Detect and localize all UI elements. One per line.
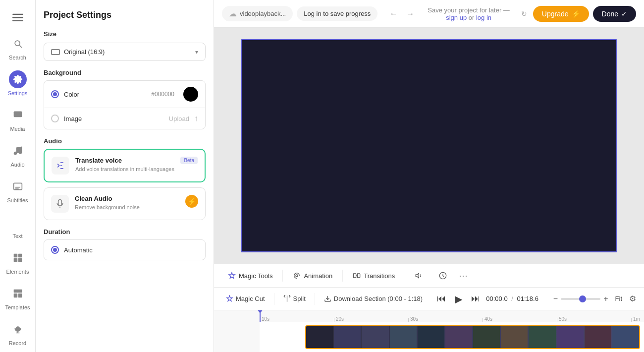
sidebar-label-settings: Settings — [8, 90, 28, 96]
undo-button[interactable]: ← — [385, 6, 401, 21]
sidebar-label-record: Record — [9, 340, 26, 346]
filename-tab[interactable]: ☁ videoplayback... — [222, 6, 293, 21]
strip-thumb-6 — [445, 326, 472, 348]
ruler-mark-30s: 30s — [408, 316, 483, 322]
skip-back-button[interactable]: ⏮ — [434, 293, 449, 305]
background-section-label: Background — [44, 69, 206, 76]
search-icon-wrap — [9, 35, 27, 53]
size-dropdown[interactable]: Original (16:9) ▾ — [44, 43, 206, 61]
log-in-link[interactable]: log in — [476, 14, 491, 21]
chevron-down-icon: ▾ — [195, 49, 198, 56]
sidebar-item-text[interactable]: Text — [0, 208, 35, 244]
play-button[interactable]: ▶ — [452, 292, 465, 306]
save-or: or — [469, 14, 475, 21]
sign-up-link[interactable]: sign up — [446, 14, 467, 21]
transitions-button[interactable]: Transitions — [347, 269, 401, 283]
sidebar-item-search[interactable]: Search — [0, 30, 35, 65]
split-button[interactable]: Split — [279, 293, 310, 304]
elements-icon-wrap — [9, 249, 27, 267]
ruler-mark-50s: 50s — [557, 316, 631, 322]
duration-label: Automatic — [64, 246, 93, 254]
duration-section-label: Duration — [44, 228, 206, 235]
login-button[interactable]: Log in to save progress — [297, 6, 377, 21]
done-label: Done — [602, 10, 618, 18]
sidebar-item-templates[interactable]: Templates — [0, 280, 35, 315]
skip-forward-button[interactable]: ⏭ — [468, 293, 483, 305]
timeline-strip[interactable] — [305, 325, 640, 349]
record-icon-wrap — [9, 320, 27, 338]
audio-section-label: Audio — [44, 137, 206, 145]
zoom-out-button[interactable]: − — [553, 294, 558, 303]
translate-voice-title: Translate voice — [75, 157, 174, 164]
download-section-button[interactable]: Download Section (0:00 - 1:18) — [320, 293, 427, 304]
sidebar-item-media[interactable]: Media — [0, 101, 35, 137]
clean-audio-card[interactable]: Clean Audio Remove background noise ⚡ — [44, 187, 206, 220]
sidebar-item-subtitles[interactable]: Subtitles — [0, 173, 35, 208]
animation-button[interactable]: Animation — [287, 269, 338, 283]
color-radio[interactable] — [51, 90, 59, 98]
hamburger-button[interactable] — [0, 5, 35, 30]
sidebar-item-settings[interactable]: Settings — [0, 65, 35, 101]
sidebar-label-subtitles: Subtitles — [7, 197, 28, 203]
sidebar-item-elements[interactable]: Elements — [0, 244, 35, 280]
strip-thumb-12 — [612, 326, 639, 348]
sidebar-label-audio: Audio — [10, 162, 24, 168]
playback-controls: ⏮ ▶ ⏭ 00:00.0 / 01:18.6 — [434, 292, 538, 306]
timeline-settings-button[interactable]: ⚙ — [629, 294, 636, 303]
refresh-icon[interactable]: ↻ — [521, 10, 527, 18]
upgrade-label: Upgrade — [542, 10, 569, 18]
more-options-icon[interactable]: ⋯ — [459, 270, 468, 281]
speed-button[interactable] — [433, 269, 453, 283]
volume-button[interactable] — [409, 269, 429, 283]
svg-rect-23 — [358, 274, 360, 278]
ruler-mark-10s: 10s — [260, 316, 334, 322]
size-section-label: Size — [44, 30, 206, 38]
filename-label: videoplayback... — [240, 10, 286, 17]
image-row[interactable]: Image Upload ↑ — [44, 108, 205, 129]
media-icon-wrap — [9, 106, 27, 124]
svg-rect-2 — [12, 20, 23, 21]
translate-voice-desc: Add voice translations in multi-language… — [75, 166, 174, 173]
zoom-slider[interactable] — [561, 298, 600, 300]
sidebar-item-record[interactable]: Record — [0, 315, 35, 351]
sidebar-item-audio[interactable]: Audio — [0, 137, 35, 173]
svg-rect-4 — [13, 112, 22, 117]
timeline-ruler: 10s 20s 30s 40s 50s 1m 1:10 — [214, 310, 644, 322]
ruler-mark-20s: 20s — [334, 316, 408, 322]
zoom-in-button[interactable]: + — [603, 294, 608, 303]
duration-radio[interactable] — [51, 246, 59, 254]
duration-card[interactable]: Automatic — [44, 239, 206, 260]
magic-tools-label: Magic Tools — [239, 272, 272, 280]
fit-button[interactable]: Fit — [611, 293, 626, 304]
upload-icon: ↑ — [194, 114, 198, 123]
canvas-area — [214, 28, 644, 264]
subtitles-icon-wrap — [9, 177, 27, 195]
translate-voice-card[interactable]: Translate voice Add voice translations i… — [44, 149, 206, 182]
svg-rect-13 — [18, 258, 22, 262]
settings-panel: Project Settings Size Original (16:9) ▾ … — [36, 0, 214, 352]
magic-cut-button[interactable]: Magic Cut — [222, 293, 269, 304]
toolbar-divider-1 — [282, 270, 283, 282]
color-swatch[interactable] — [183, 87, 198, 102]
download-section-label: Download Section (0:00 - 1:18) — [334, 295, 423, 302]
redo-button[interactable]: → — [402, 6, 418, 21]
magic-tools-button[interactable]: Magic Tools — [222, 269, 278, 283]
svg-marker-24 — [416, 273, 419, 278]
strip-thumb-2 — [334, 326, 361, 348]
strip-thumb-4 — [390, 326, 417, 348]
strip-thumb-5 — [418, 326, 444, 348]
done-button[interactable]: Done ✓ — [593, 6, 636, 22]
svg-point-5 — [14, 152, 16, 155]
sidebar-label-media: Media — [10, 126, 25, 132]
strip-thumb-11 — [585, 326, 611, 348]
color-row[interactable]: Color #000000 — [44, 81, 205, 108]
transitions-label: Transitions — [364, 272, 395, 280]
strip-thumb-9 — [529, 326, 555, 348]
upgrade-button[interactable]: Upgrade ⚡ — [533, 6, 589, 22]
image-radio[interactable] — [51, 115, 59, 122]
clean-audio-upgrade-icon[interactable]: ⚡ — [185, 195, 198, 208]
svg-point-6 — [19, 151, 21, 154]
done-check-icon: ✓ — [621, 10, 627, 18]
svg-rect-0 — [12, 14, 23, 15]
canvas-frame[interactable] — [241, 39, 617, 252]
